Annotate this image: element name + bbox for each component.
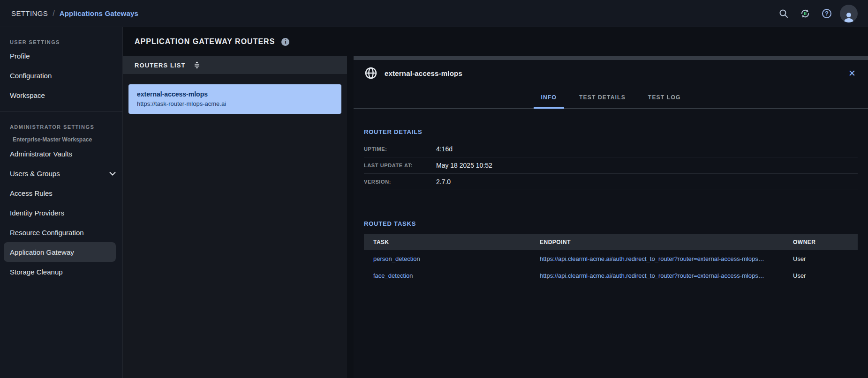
sidebar-item-administrator-vaults[interactable]: Administrator Vaults [0, 144, 122, 163]
detail-tabs: INFO TEST DETAILS TEST LOG [354, 86, 868, 109]
administrator-settings-header: ADMINISTRATOR SETTINGS [0, 124, 122, 130]
breadcrumb: SETTINGS / Applications Gateways [11, 9, 138, 18]
sidebar-item-application-gateway[interactable]: Application Gateway [4, 242, 116, 262]
routers-list-title: ROUTERS LIST [135, 62, 186, 69]
routers-list-header: ROUTERS LIST [123, 56, 347, 74]
task-link[interactable]: face_detection [373, 272, 530, 279]
horizontal-scrollbar[interactable] [354, 56, 868, 60]
detail-panel-header: external-access-mlops ✕ [354, 60, 868, 86]
globe-icon [365, 67, 377, 79]
column-header-task: TASK [364, 239, 530, 245]
breadcrumb-settings[interactable]: SETTINGS [11, 9, 48, 17]
sidebar-item-profile[interactable]: Profile [0, 46, 122, 66]
user-settings-header: USER SETTINGS [0, 39, 122, 45]
sidebar-item-identity-providers[interactable]: Identity Providers [0, 203, 122, 222]
routed-tasks-heading: ROUTED TASKS [364, 220, 858, 227]
table-row: person_detection https://api.clearml-acm… [364, 250, 858, 267]
detail-label: UPTIME: [364, 146, 436, 152]
router-url: https://task-router-mlops-acme.ai [137, 100, 333, 107]
owner-value: User [793, 255, 806, 262]
help-button[interactable]: ? [818, 5, 835, 22]
routers-list-panel: ROUTERS LIST [123, 56, 347, 378]
tab-info[interactable]: INFO [530, 86, 568, 108]
close-button[interactable]: ✕ [846, 67, 858, 80]
topbar-actions: ? [775, 5, 858, 22]
endpoint-link[interactable]: https://api.clearml-acme.ai/auth.redirec… [540, 255, 784, 262]
sidebar-item-label: Identity Providers [10, 209, 64, 217]
tab-test-log[interactable]: TEST LOG [637, 86, 692, 108]
detail-tab-content: ROUTER DETAILS UPTIME: 4:16d LAST UPDATE… [354, 109, 868, 378]
detail-label: VERSION: [364, 179, 436, 185]
page-title: APPLICATION GATEWAY ROUTERS [135, 37, 275, 46]
sidebar-item-label: Application Gateway [10, 248, 74, 256]
chevron-down-icon [109, 171, 116, 176]
router-name: external-access-mlops [137, 90, 333, 98]
detail-panel-title: external-access-mlops [385, 69, 462, 77]
router-details-heading: ROUTER DETAILS [364, 128, 858, 135]
detail-row-uptime: UPTIME: 4:16d [364, 141, 858, 157]
sidebar-item-label: Administrator Vaults [10, 150, 72, 158]
tab-test-details[interactable]: TEST DETAILS [568, 86, 637, 108]
top-bar: SETTINGS / Applications Gateways [0, 0, 868, 27]
help-icon: ? [822, 9, 831, 18]
column-header-owner: OWNER [784, 239, 858, 245]
detail-row-last-update: LAST UPDATE AT: May 18 2025 10:52 [364, 157, 858, 174]
sidebar-item-users-groups[interactable]: Users & Groups [0, 163, 122, 183]
breadcrumb-separator: / [53, 9, 54, 18]
routers-list: external-access-mlops https://task-route… [123, 74, 347, 378]
router-list-item-selected[interactable]: external-access-mlops https://task-route… [128, 84, 341, 114]
sidebar-item-configuration[interactable]: Configuration [0, 66, 122, 85]
table-header-row: TASK ENDPOINT OWNER [364, 234, 858, 250]
sidebar-item-label: Storage Cleanup [10, 268, 63, 276]
sort-filter-icon [193, 61, 201, 69]
search-button[interactable] [775, 5, 792, 22]
sidebar-item-label: Access Rules [10, 189, 53, 197]
sidebar-item-label: Resource Configuration [10, 229, 84, 237]
router-detail-panel: external-access-mlops ✕ INFO TEST DETAIL… [354, 56, 868, 378]
detail-value: 2.7.0 [436, 178, 451, 185]
detail-row-version: VERSION: 2.7.0 [364, 174, 858, 190]
app-root: SETTINGS / Applications Gateways [0, 0, 868, 378]
sidebar-divider [0, 111, 122, 112]
sort-filter-button[interactable] [193, 61, 201, 69]
detail-value: 4:16d [436, 145, 453, 153]
sidebar-item-resource-configuration[interactable]: Resource Configuration [0, 222, 122, 242]
detail-label: LAST UPDATE AT: [364, 163, 436, 168]
person-icon [843, 11, 855, 22]
panel-gap [347, 56, 354, 378]
sidebar-item-label: Profile [10, 52, 30, 60]
search-icon [778, 8, 789, 19]
sidebar-item-access-rules[interactable]: Access Rules [0, 183, 122, 203]
sidebar-item-label: Configuration [10, 72, 52, 80]
close-icon: ✕ [848, 68, 856, 78]
page-title-bar: APPLICATION GATEWAY ROUTERS i [123, 27, 868, 56]
auto-refresh-pause-icon [800, 8, 811, 19]
user-avatar[interactable] [840, 5, 858, 22]
info-icon[interactable]: i [281, 38, 289, 46]
sidebar-item-workspace[interactable]: Workspace [0, 85, 122, 105]
sidebar-item-label: Users & Groups [10, 170, 60, 178]
table-row: face_detection https://api.clearml-acme.… [364, 267, 858, 284]
detail-value: May 18 2025 10:52 [436, 162, 492, 169]
task-link[interactable]: person_detection [373, 255, 530, 262]
routed-tasks-table: TASK ENDPOINT OWNER person_detection htt… [364, 234, 858, 284]
sidebar-item-storage-cleanup[interactable]: Storage Cleanup [0, 262, 122, 282]
sidebar-item-label: Workspace [10, 91, 45, 99]
auto-refresh-button[interactable] [797, 5, 814, 22]
settings-sidebar: USER SETTINGS Profile Configuration Work… [0, 27, 123, 378]
owner-value: User [793, 272, 806, 279]
breadcrumb-current-page: Applications Gateways [60, 9, 138, 17]
endpoint-link[interactable]: https://api.clearml-acme.ai/auth.redirec… [540, 272, 784, 279]
router-details-list: UPTIME: 4:16d LAST UPDATE AT: May 18 202… [364, 141, 858, 190]
workspace-name-label: Enterprise-Master Workspace [0, 136, 122, 143]
main-content: APPLICATION GATEWAY ROUTERS i ROUTERS LI… [123, 27, 868, 378]
column-header-endpoint: ENDPOINT [530, 239, 784, 245]
